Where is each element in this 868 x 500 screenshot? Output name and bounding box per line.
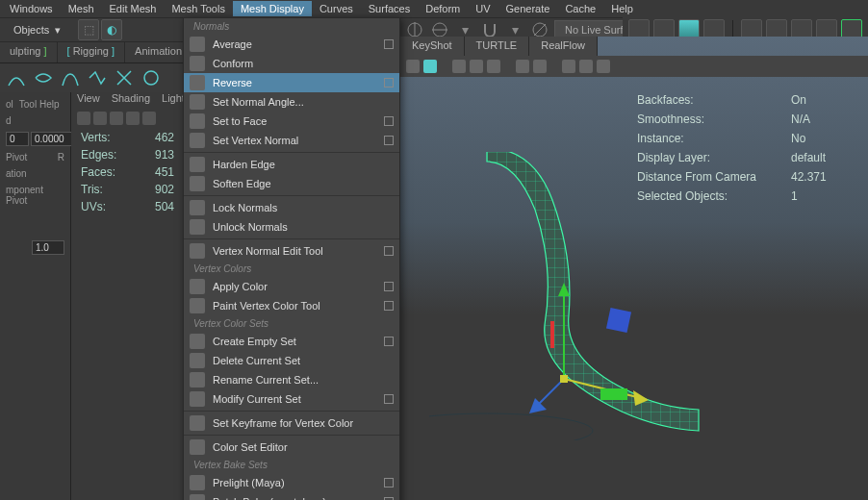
viewport-icon[interactable] (470, 60, 483, 73)
menu-item-label: Set to Face (213, 115, 380, 127)
panel-item[interactable]: Pivot (6, 152, 27, 162)
viewport-iconbar (400, 56, 868, 77)
dropdown-item[interactable]: Vertex Normal Edit Tool (184, 241, 399, 261)
shelf-dropdown[interactable]: Objects ▾ (0, 21, 74, 39)
menu-item-label: Set Normal Angle... (213, 96, 394, 108)
hud-tab-shading[interactable]: Shading (112, 92, 150, 110)
hud-icon[interactable] (77, 112, 90, 125)
viewport-icon[interactable] (533, 60, 547, 73)
viewport-icon[interactable] (487, 60, 500, 73)
hud-stat: Verts:462 (71, 129, 184, 146)
tool-icon[interactable]: ⬚ (78, 19, 99, 40)
dropdown-item[interactable]: Soften Edge (184, 174, 399, 193)
menu-generate[interactable]: Generate (498, 1, 558, 16)
move-manipulator[interactable] (525, 263, 660, 417)
menu-item-icon (190, 56, 205, 71)
viewport-icon[interactable] (516, 60, 529, 73)
dropdown-item[interactable]: Set Normal Angle... (184, 92, 399, 112)
option-box-icon[interactable] (384, 478, 394, 488)
menu-item-icon (190, 439, 205, 455)
dropdown-item[interactable]: Batch Bake (mental ray) (184, 492, 399, 500)
dropdown-item[interactable]: Rename Current Set... (184, 370, 399, 389)
menu-item-label: Rename Current Set... (213, 374, 394, 386)
curve-tool-icon[interactable] (85, 65, 110, 90)
menu-mesh-display[interactable]: Mesh Display (233, 1, 312, 16)
menu-edit-mesh[interactable]: Edit Mesh (102, 1, 165, 16)
dropdown-item[interactable]: Harden Edge (184, 155, 399, 174)
tool-icon[interactable]: ◐ (101, 19, 122, 40)
viewport-icon[interactable] (562, 60, 575, 73)
viewport-icon[interactable] (597, 60, 610, 73)
option-box-icon[interactable] (384, 282, 394, 291)
menu-uv[interactable]: UV (468, 1, 498, 16)
menu-item-label: Color Set Editor (213, 441, 394, 453)
menu-item-icon (190, 415, 205, 431)
menu-item-label: Reverse (213, 77, 380, 88)
dropdown-item[interactable]: Modify Current Set (184, 389, 399, 409)
dropdown-item[interactable]: Reverse (184, 73, 399, 92)
dropdown-item[interactable]: Prelight (Maya) (184, 473, 399, 492)
menu-help[interactable]: Help (603, 1, 641, 16)
menu-item-label: Apply Color (213, 281, 380, 292)
dropdown-item[interactable]: Average (184, 35, 399, 54)
shelf-label: Objects (13, 24, 49, 36)
menu-curves[interactable]: Curves (312, 1, 361, 16)
dropdown-item[interactable]: Set Keyframe for Vertex Color (184, 413, 399, 433)
hud-row: Backfaces:On (637, 90, 853, 110)
curve-tool-icon[interactable] (31, 65, 56, 90)
dropdown-item[interactable]: Create Empty Set (184, 332, 399, 351)
option-box-icon[interactable] (384, 301, 394, 311)
panel-item[interactable]: mponent Pivot (4, 182, 66, 209)
dropdown-item[interactable]: Set Vertex Normal (184, 131, 399, 150)
tab[interactable]: Tool Help (19, 99, 60, 110)
renderer-tab-realflow[interactable]: RealFlow (529, 37, 598, 56)
hud-icon[interactable] (93, 112, 107, 125)
viewport-icon[interactable] (579, 60, 593, 73)
option-box-icon[interactable] (384, 116, 394, 126)
option-box-icon[interactable] (384, 39, 394, 49)
menu-deform[interactable]: Deform (418, 1, 468, 16)
panel-item[interactable]: R (58, 152, 64, 162)
hud-icon[interactable] (110, 112, 123, 125)
option-box-icon[interactable] (384, 136, 394, 145)
option-box-icon[interactable] (384, 337, 394, 346)
dropdown-item[interactable]: Lock Normals (184, 198, 399, 217)
mode-tab-rigging[interactable]: [ Rigging ] (58, 42, 126, 62)
mode-tab-sculpting[interactable]: ulpting ] (0, 42, 58, 62)
tab[interactable]: ol (6, 99, 13, 110)
panel-item[interactable]: d (4, 112, 66, 129)
viewport-icon[interactable] (452, 60, 466, 73)
curve-tool-icon[interactable] (4, 65, 29, 90)
dropdown-item[interactable]: Set to Face (184, 112, 399, 131)
viewport-icon[interactable] (423, 60, 437, 73)
renderer-tab-turtle[interactable]: TURTLE (465, 37, 530, 56)
option-box-icon[interactable] (384, 78, 394, 88)
menu-mesh[interactable]: Mesh (61, 1, 102, 16)
number-input[interactable] (32, 240, 64, 255)
menu-mesh-tools[interactable]: Mesh Tools (164, 1, 232, 16)
hud-icon[interactable] (126, 112, 140, 125)
dropdown-item[interactable]: Color Set Editor (184, 438, 399, 457)
viewport[interactable]: KeyShot TURTLE RealFlow Backfaces:OnSmoo… (400, 37, 868, 500)
option-box-icon[interactable] (384, 394, 394, 404)
curve-tool-icon[interactable] (58, 65, 83, 90)
option-box-icon[interactable] (384, 246, 394, 256)
dropdown-item[interactable]: Unlock Normals (184, 217, 399, 237)
menu-item-icon (190, 94, 205, 110)
dropdown-item[interactable]: Conform (184, 54, 399, 73)
svg-marker-22 (529, 398, 547, 413)
menu-windows[interactable]: Windows (2, 1, 61, 16)
curve-tool-icon[interactable] (139, 65, 164, 90)
curve-tool-icon[interactable] (112, 65, 137, 90)
panel-item[interactable]: ation (4, 165, 66, 182)
menu-surfaces[interactable]: Surfaces (361, 1, 418, 16)
dropdown-item[interactable]: Apply Color (184, 277, 399, 296)
hud-icon[interactable] (142, 112, 156, 125)
renderer-tab-keyshot[interactable]: KeyShot (400, 37, 465, 56)
dropdown-item[interactable]: Paint Vertex Color Tool (184, 296, 399, 315)
hud-tab-view[interactable]: View (77, 92, 100, 110)
menu-cache[interactable]: Cache (557, 1, 603, 16)
number-input[interactable] (6, 132, 29, 146)
dropdown-item[interactable]: Delete Current Set (184, 351, 399, 370)
viewport-icon[interactable] (406, 60, 420, 73)
